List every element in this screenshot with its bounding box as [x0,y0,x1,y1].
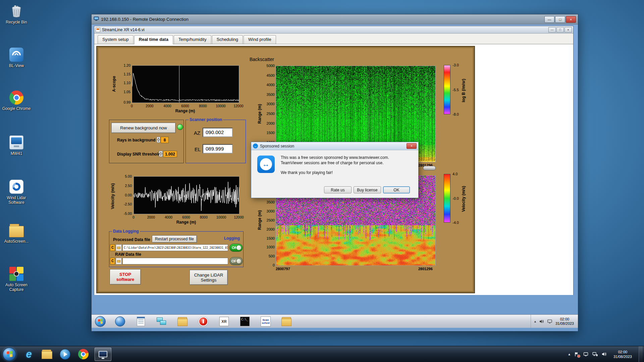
ok-button[interactable]: OK [383,186,410,193]
windows-flag-icon [98,319,103,324]
remote-system-tray: ▴ 02:00 31/08/2023 [531,315,578,328]
app-minimize-button[interactable]: — [548,27,556,33]
taskbar-clock[interactable]: 02:00 31/08/2023 [611,350,635,359]
dialog-body-line1: This was a free session sponsored by www… [281,155,389,160]
remote-start-button[interactable] [95,316,106,327]
action-center-flag-icon[interactable]: × [574,352,579,357]
remote-clock[interactable]: 02:00 31/08/2023 [555,317,574,326]
rate-us-button[interactable]: Rate us [324,186,352,193]
rays-in-background-label: Rays in background [117,138,156,142]
desktop-icon-auto-screen-capture[interactable]: Auto Screen Capture [1,266,32,292]
teamviewer-arrows-icon: ↔ [262,160,270,169]
browse-icon[interactable] [116,258,122,264]
dialog-title: Sponsored session [260,144,405,148]
hidden-icons-arrow[interactable]: ▴ [568,352,570,356]
desktop-icon-recycle-bin[interactable]: Recycle Bin [1,3,32,24]
taskbar-folder-app-icon[interactable] [177,316,188,327]
settings-button-line2: Settings [201,278,217,283]
taskbar-notepad-icon[interactable] [135,316,147,327]
taskbar-windows-explorer-icon[interactable] [40,348,54,361]
taskbar-stop-power-icon[interactable] [198,316,209,327]
rdp-minimize-button[interactable]: — [544,16,554,23]
tab-system-setup[interactable]: System setup [98,35,133,44]
rdp-maximize-button[interactable]: □ [555,16,565,23]
remote-desktop-icon [99,351,107,357]
taskbar-command-prompt-icon[interactable]: C:\_ [239,316,251,327]
tab-scheduling[interactable]: Scheduling [212,35,243,44]
a-scope-plot [132,65,239,103]
rays-spinner[interactable]: ▲▼ [157,137,160,143]
rdp-titlebar[interactable]: 192.168.0.150 - Remote Desktop Connectio… [92,14,578,24]
y-tick-label: 3000 [267,102,275,106]
a-scope-x-axis-label: Range (m) [132,109,238,113]
buy-license-button[interactable]: Buy license [354,186,381,193]
hidden-icons-arrow[interactable]: ▴ [534,319,536,323]
browse-icon[interactable] [116,244,122,251]
x-tick-label: 4000 [160,104,175,108]
raw-path-control: C [110,258,228,264]
desktop-icon-label: Wind Lidar Software [1,195,32,205]
y-tick-label: 2000 [267,121,275,125]
y-tick-label: 3000 [267,209,275,213]
volume-icon[interactable] [602,352,607,356]
taskbar-xr-tool-icon[interactable]: XR [218,316,230,327]
app-restore-button[interactable]: □ [556,27,564,33]
rdp-connection-icon [94,16,99,22]
stop-button-line1: STOP [119,272,131,277]
taskbar-network-monitor-icon[interactable] [156,316,167,327]
tab-temp-humidity[interactable]: Temp/humidity [174,35,211,44]
rdp-close-button[interactable]: × [566,16,576,23]
processed-path-field[interactable]: C:\Lidar\Data\Proc\2023\202308\20230831\… [122,244,228,251]
desktop-icon-google-chrome[interactable]: Google Chrome [1,90,32,111]
taskbar-media-icon[interactable] [114,316,126,327]
clock-date: 31/08/2023 [613,354,632,359]
raw-logging-toggle[interactable]: OFF [229,257,243,265]
show-desktop-button[interactable] [639,346,643,362]
processed-logging-toggle[interactable]: ON [229,244,243,252]
snr-value-field[interactable]: 1.002 [163,151,177,157]
colorbar-tick-label: -5.5 [452,88,459,92]
tab-real-time-data[interactable]: Real time data [134,35,173,44]
velocity-colorbar-label: Velocity (m/s) [461,183,466,215]
taskbar-internet-explorer-icon[interactable]: e [22,348,36,361]
vi-icon [96,27,100,32]
rays-value-field[interactable]: 8 [161,137,169,143]
app-titlebar[interactable]: StreamLine XR v14-6.vi — □ × [94,26,573,34]
rdp-window: 192.168.0.150 - Remote Desktop Connectio… [91,14,578,331]
backscatter-y-axis-label: Range (m) [257,99,262,129]
tab-wind-profile[interactable]: Wind profile [244,35,276,44]
snr-spinner[interactable]: ▲▼ [159,151,163,157]
teamviewer-logo: ↔ [257,156,275,173]
restart-processed-file-button[interactable]: Restart processed file [152,235,197,243]
velocity-start-timestamp: 2800797 [276,267,290,271]
taskbar-chrome-icon[interactable] [76,348,90,361]
renew-background-button[interactable]: Renew background now [111,123,176,133]
change-lidar-settings-button[interactable]: Change LiDAR Settings [190,270,228,285]
device-install-icon[interactable] [583,352,588,357]
taskbar-folder-icon[interactable] [281,316,292,327]
desktop-icon-bl-view[interactable]: BL-View [1,47,32,68]
desktop-icon-wind-lidar-software[interactable]: Wind Lidar Software [1,179,32,205]
app-close-button[interactable]: × [565,27,572,33]
color-scale-slider[interactable] [423,166,436,170]
volume-icon[interactable] [539,319,544,323]
network-icon[interactable] [592,352,598,357]
start-button[interactable] [3,348,16,361]
dialog-titlebar[interactable]: ↔ Sponsored session × [251,142,418,150]
stop-software-button[interactable]: STOP software [110,269,141,285]
colorbar-tick-label: -0.0 [452,196,459,200]
taskbar-media-player-icon[interactable] [58,348,72,361]
colorbar-tick-label: -3.0 [452,63,459,67]
display-icon[interactable] [547,319,552,323]
raw-path-field[interactable] [122,258,228,264]
desktop-icon-autoscreen[interactable]: AutoScreen... [1,223,32,244]
az-value-field[interactable]: 090.002 [203,128,233,137]
taskbar-rdp-button[interactable] [95,348,111,361]
taskbar-scan-scheduler-icon[interactable]: Scansched [260,316,271,327]
background-led [177,124,183,130]
rdp-window-title: 192.168.0.150 - Remote Desktop Connectio… [101,17,542,22]
desktop-icon-mw41[interactable]: MW41 [1,135,32,156]
el-value-field[interactable]: 089.999 [203,144,233,154]
velocity-plot [133,176,239,214]
dialog-close-button[interactable]: × [407,143,417,149]
